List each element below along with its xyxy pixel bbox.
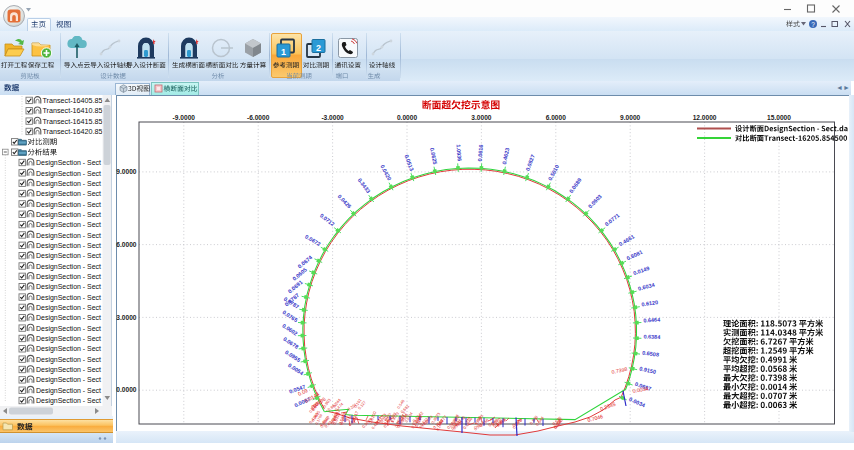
svg-text:?: ? (811, 21, 815, 28)
